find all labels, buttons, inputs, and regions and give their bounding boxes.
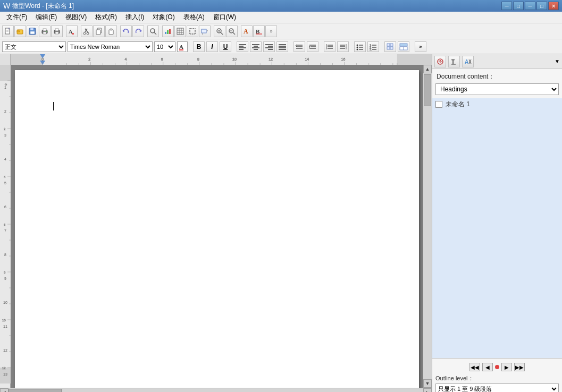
scroll-left-button[interactable]: ◄: [0, 388, 9, 393]
undo-button[interactable]: [120, 25, 132, 37]
print2-button[interactable]: [51, 25, 63, 37]
nav-next-button[interactable]: ▶: [501, 363, 512, 371]
svg-text:5: 5: [4, 181, 6, 185]
align-justify-button[interactable]: [276, 41, 288, 52]
svg-text:16: 16: [341, 57, 346, 61]
svg-point-24: [150, 29, 155, 33]
menu-format[interactable]: 格式(R): [91, 12, 121, 23]
more-fmt-button[interactable]: »: [415, 41, 426, 52]
cut-button[interactable]: [81, 25, 93, 37]
maximize-btn[interactable]: □: [536, 2, 547, 10]
underline-button[interactable]: U: [220, 41, 231, 52]
open-button[interactable]: [14, 25, 26, 37]
svg-rect-26: [165, 32, 166, 34]
nav-prev-button[interactable]: ◀: [482, 363, 493, 371]
svg-text:10: 10: [2, 319, 6, 322]
svg-text:4: 4: [125, 57, 127, 61]
menu-view[interactable]: 视图(V): [61, 12, 91, 23]
indent-decrease-button[interactable]: [293, 41, 305, 52]
svg-text:3.: 3.: [370, 48, 372, 50]
align-right-button[interactable]: [263, 41, 275, 52]
svg-point-81: [357, 46, 358, 48]
spell-button[interactable]: A: [66, 25, 78, 37]
sub-minimize-btn[interactable]: ─: [501, 2, 512, 10]
frame-button[interactable]: [187, 25, 198, 37]
menu-insert[interactable]: 插入(I): [121, 12, 148, 23]
textA-button[interactable]: A: [241, 25, 253, 37]
right-panel-bottom: ◀◀ ◀ ▶ ▶▶ Outline level： 只显示 1 至 9 级段落 只…: [432, 358, 562, 392]
svg-text:A: A: [69, 29, 73, 35]
app-icon: W: [3, 2, 10, 10]
bold-button[interactable]: B: [193, 41, 205, 52]
redo-button[interactable]: [132, 25, 144, 37]
scroll-thumb[interactable]: [424, 74, 431, 106]
font-color-button[interactable]: A: [177, 41, 188, 52]
rp-expand-button[interactable]: ▼: [555, 58, 560, 64]
right-margin-button[interactable]: [337, 41, 349, 52]
indent-increase-button[interactable]: [307, 41, 318, 52]
rp-home-button[interactable]: [434, 56, 446, 67]
menu-edit[interactable]: 编辑(E): [31, 12, 61, 23]
copy-button[interactable]: [93, 25, 105, 37]
svg-text:12: 12: [3, 348, 7, 352]
zoom2-button[interactable]: [226, 25, 238, 37]
menu-object[interactable]: 对象(O): [148, 12, 179, 23]
svg-line-25: [154, 32, 156, 35]
align-left-button[interactable]: [237, 41, 248, 52]
h-scroll-thumb[interactable]: [9, 389, 62, 392]
menu-window[interactable]: 窗口(W): [209, 12, 240, 23]
svg-rect-6: [30, 28, 33, 30]
list-unordered-button[interactable]: [354, 41, 366, 52]
rp-style-button[interactable]: A: [462, 56, 474, 67]
svg-rect-28: [169, 29, 171, 34]
paste-button[interactable]: [105, 25, 117, 37]
table-insert-button[interactable]: [384, 41, 396, 52]
italic-button[interactable]: I: [206, 41, 218, 52]
scroll-down-button[interactable]: ▼: [423, 379, 432, 388]
list-ordered-button[interactable]: 1.2.3.: [367, 41, 379, 52]
save-button[interactable]: [27, 25, 38, 37]
zoom-button[interactable]: [214, 25, 225, 37]
new-button[interactable]: [2, 25, 14, 37]
find-button[interactable]: [147, 25, 159, 37]
size-select[interactable]: 10 12 14 16: [154, 41, 175, 52]
svg-rect-100: [11, 54, 43, 65]
headings-dropdown[interactable]: Headings All Chapter: [435, 83, 559, 95]
menu-file[interactable]: 文件(F): [2, 12, 31, 23]
nav-last-button[interactable]: ▶▶: [514, 363, 525, 371]
page-content-area[interactable]: [11, 65, 423, 388]
tree-item-checkbox[interactable]: [435, 101, 442, 108]
font-select[interactable]: Times New Roman Arial 宋体: [68, 41, 153, 52]
close-btn[interactable]: ✕: [548, 2, 559, 10]
svg-text:1: 1: [4, 86, 6, 89]
table-button[interactable]: [174, 25, 186, 37]
more-tb-button[interactable]: »: [265, 25, 277, 37]
svg-rect-14: [55, 32, 58, 34]
nav-first-button[interactable]: ◀◀: [469, 363, 480, 371]
scroll-up-button[interactable]: ▲: [423, 65, 432, 73]
vertical-ruler: 0 2 4 6 8: [0, 65, 11, 388]
tree-item-untitled[interactable]: 未命名 1: [432, 98, 562, 110]
left-margin-button[interactable]: [324, 41, 335, 52]
scroll-right-button[interactable]: ►: [423, 388, 432, 393]
menu-table[interactable]: 表格(A): [179, 12, 209, 23]
chart-button[interactable]: [162, 25, 174, 37]
minimize-btn[interactable]: ─: [525, 2, 535, 10]
print-button[interactable]: [39, 25, 51, 37]
frame2-button[interactable]: [199, 25, 211, 37]
align-center-button[interactable]: [250, 41, 262, 52]
svg-rect-95: [400, 44, 407, 46]
svg-point-79: [357, 44, 358, 46]
svg-text:10: 10: [3, 301, 7, 304]
textB-button[interactable]: B: [253, 25, 265, 37]
rp-text-button[interactable]: T: [448, 56, 460, 67]
document-page[interactable]: [15, 70, 419, 388]
outline-select[interactable]: 只显示 1 至 9 级段落 只显示 1 至 3 级段落 只显示 1 至 6 级段…: [435, 384, 559, 392]
svg-point-83: [357, 48, 358, 50]
table-style-button[interactable]: [398, 41, 409, 52]
svg-rect-13: [55, 29, 58, 31]
style-select[interactable]: 正文 标题1 标题2: [2, 41, 66, 52]
sub-maximize-btn[interactable]: □: [513, 2, 524, 10]
svg-text:4: 4: [4, 157, 6, 161]
nav-indicator: [495, 365, 499, 369]
